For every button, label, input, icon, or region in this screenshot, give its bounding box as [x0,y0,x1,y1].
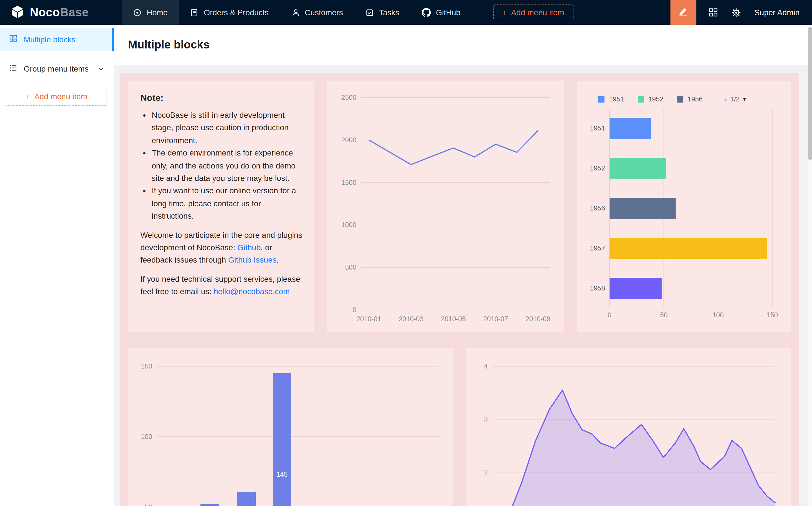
sidebar: Multiple blocks Group menu items + Add m… [0,25,115,506]
nav-tab-label: GitHub [436,8,460,17]
scrollbar-thumb[interactable] [808,27,812,160]
nav-tab-tasks[interactable]: Tasks [354,0,411,25]
main-menu: Home Orders & Products Customers Tasks [122,0,472,25]
nav-tab-home[interactable]: Home [122,0,179,25]
github-icon [422,8,431,17]
logo-text: NocoBase [30,6,89,19]
svg-text:1957: 1957 [590,244,605,252]
plus-icon: + [25,92,30,101]
svg-text:0: 0 [353,306,356,314]
horizontal-bar-chart-block: 195119521956 ▲ 1/2 ▼ 0501001501951195219… [577,81,791,332]
legend-label: 1956 [688,95,703,103]
chevron-down-icon [98,67,104,71]
note-bullet: The demo environment is for experience o… [152,147,303,184]
add-menu-item-label: Add menu item [511,8,564,17]
svg-text:145: 145 [276,471,288,478]
line-chart: 050010001500200025002010-012010-032010-0… [336,90,555,323]
svg-text:2500: 2500 [342,94,356,101]
svg-text:50: 50 [660,311,668,319]
settings-gear-icon[interactable] [731,8,741,17]
github-link[interactable]: Github [237,243,261,252]
tasks-icon [365,8,374,17]
bar-chart: 15010050145 [137,357,444,506]
note-paragraph-support: If you need technical support services, … [140,272,303,298]
nav-tab-label: Orders & Products [204,8,269,17]
legend-pager-down-icon[interactable]: ▼ [742,96,747,102]
legend-swatch [677,96,683,102]
legend-item[interactable]: 1952 [638,95,663,103]
legend-item[interactable]: 1951 [598,95,624,103]
ui-editor-button[interactable] [670,0,696,25]
email-link[interactable]: hello@nocobase.com [214,287,290,296]
add-menu-item-label: Add menu item [34,92,87,101]
nav-tab-customers[interactable]: Customers [280,0,354,25]
scrollbar [808,25,812,506]
legend-label: 1951 [609,95,624,103]
area-chart-svg: 234 [475,357,782,506]
note-title: Note: [140,93,303,103]
svg-text:1958: 1958 [590,284,605,292]
github-issues-link[interactable]: Github Issues [228,256,276,265]
legend-swatch [598,96,604,102]
legend-swatch [638,96,644,102]
note-bullet-list: NocoBase is still in early development s… [139,109,303,222]
svg-text:4: 4 [484,362,488,370]
legend-item[interactable]: 1956 [677,95,703,103]
svg-text:150: 150 [766,311,778,319]
svg-text:1956: 1956 [590,204,605,212]
line-chart-block: 050010001500200025002010-012010-032010-0… [327,81,564,332]
sidebar-item-label: Multiple blocks [24,35,76,44]
legend-pager: ▲ 1/2 ▼ [723,95,747,103]
blocks-row-1: Note: NocoBase is still in early develop… [128,81,791,332]
plus-icon: + [502,8,507,17]
nocobase-cube-icon [10,4,25,20]
highlighter-icon [679,7,688,18]
svg-text:2000: 2000 [342,136,356,144]
customers-icon [291,8,300,17]
svg-text:2010-05: 2010-05 [441,315,466,323]
blocks-grid-icon [9,34,17,45]
svg-text:1500: 1500 [342,179,356,186]
nocobase-logo[interactable]: NocoBase [0,0,122,25]
area-chart-block: 234 [466,348,791,506]
home-icon [133,8,142,17]
bar-chart-svg: 15010050145 [137,357,444,506]
svg-text:1951: 1951 [590,124,605,132]
navbar-right: Super Admin [670,0,812,25]
legend-pager-text: 1/2 [730,95,740,103]
note-text: Welcome to participate in the core and p… [140,230,302,252]
nocobase-app: NocoBase Home Orders & Products Customer… [0,0,812,506]
plugins-grid-icon[interactable] [709,8,718,17]
note-paragraph-community: Welcome to participate in the core and p… [140,229,303,266]
line-chart-svg: 050010001500200025002010-012010-032010-0… [336,90,555,323]
page-title: Multiple blocks [128,38,210,51]
orders-products-icon [190,8,199,17]
note-text: . [277,256,279,265]
nav-tab-orders-products[interactable]: Orders & Products [179,0,280,25]
svg-text:2010-01: 2010-01 [356,315,381,323]
hbar-legend: 195119521956 ▲ 1/2 ▼ [586,90,782,108]
nav-tab-github[interactable]: GitHub [411,0,472,25]
legend-pager-up-icon[interactable]: ▲ [723,96,728,102]
nav-tab-label: Home [147,8,168,17]
bar-chart-block: 15010050145 [128,348,453,506]
horizontal-bar-chart-svg: 05010015019511952195619571958 [586,108,782,322]
navbar-add-menu-item-button[interactable]: + Add menu item [493,4,573,20]
area-chart: 234 [475,357,782,506]
nav-tab-label: Customers [305,8,343,17]
sidebar-add-menu-item-button[interactable]: + Add menu item [6,87,107,106]
sidebar-item-group-menu-items[interactable]: Group menu items [0,58,114,80]
svg-text:2: 2 [484,468,488,476]
svg-text:1000: 1000 [342,221,356,229]
note-bullet: NocoBase is still in early development s… [152,109,303,147]
user-menu[interactable]: Super Admin [754,8,800,17]
svg-text:3: 3 [484,415,488,423]
sidebar-item-multiple-blocks[interactable]: Multiple blocks [0,28,114,51]
svg-text:100: 100 [141,433,152,440]
sidebar-item-label: Group menu items [24,64,88,73]
nav-tab-label: Tasks [379,8,399,17]
svg-text:2010-03: 2010-03 [399,315,424,323]
note-block: Note: NocoBase is still in early develop… [128,81,314,332]
list-icon [9,64,17,74]
page-header: Multiple blocks [115,25,812,65]
